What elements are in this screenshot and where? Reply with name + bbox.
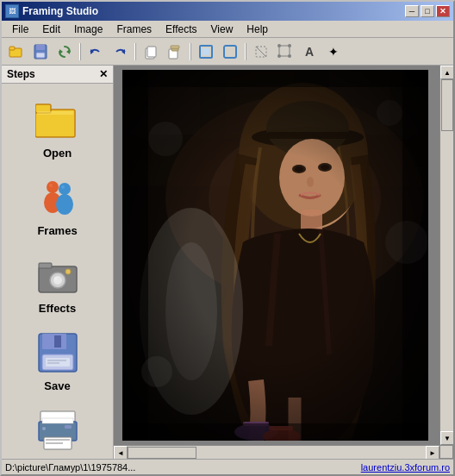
svg-rect-15 [203,48,209,55]
window-title: Framing Studio [22,5,405,17]
scroll-up-button[interactable]: ▲ [440,66,453,79]
svg-point-22 [277,54,281,58]
step-open-icon [35,98,80,143]
toolbar-sep-2 [134,43,136,60]
scroll-horizontal-thumb[interactable] [128,447,196,459]
toolbar-text[interactable]: A [298,41,321,62]
menu-image[interactable]: Image [67,22,109,37]
svg-point-27 [47,181,59,193]
svg-point-87 [377,100,402,126]
close-button[interactable]: ✕ [436,5,450,17]
svg-point-30 [56,194,73,215]
menu-file[interactable]: File [5,22,35,37]
menu-frames[interactable]: Frames [109,22,159,37]
toolbar-sep-3 [190,43,191,60]
svg-rect-82 [122,70,148,441]
toolbar-frame2[interactable] [219,41,241,62]
scroll-down-button[interactable]: ▼ [440,431,453,445]
steps-panel: Steps ✕ Open [2,66,114,459]
svg-rect-85 [122,423,428,441]
svg-rect-34 [39,263,52,268]
svg-rect-84 [122,70,428,87]
step-save-label: Save [44,379,70,392]
toolbar-undo[interactable] [84,41,107,62]
svg-point-29 [59,183,71,195]
step-frames[interactable]: Frames [15,170,101,243]
toolbar-effect[interactable]: ✦ [322,41,345,62]
step-print-icon [35,409,80,454]
svg-rect-10 [147,47,156,57]
menu-view[interactable]: View [204,22,240,37]
status-path: D:\picture\Гламур\1\1975784... [5,462,358,473]
step-save-icon [35,331,80,376]
minimize-button[interactable]: ─ [405,5,419,17]
svg-rect-16 [224,46,236,58]
toolbar-redo[interactable] [109,41,131,62]
steps-header: Steps ✕ [2,66,113,84]
toolbar-crop[interactable] [250,41,272,62]
svg-rect-49 [46,439,70,441]
svg-point-31 [49,184,53,187]
toolbar-frame1[interactable] [195,41,217,62]
scroll-vertical-thumb[interactable] [441,79,453,131]
maximize-button[interactable]: □ [421,5,434,17]
svg-point-23 [288,54,291,58]
scroll-horizontal-track[interactable] [128,446,426,459]
scroll-corner [439,445,453,459]
svg-point-21 [288,44,291,47]
horizontal-scrollbar[interactable]: ◄ ► [114,445,439,459]
steps-content: Open [2,84,113,459]
svg-point-36 [53,276,62,285]
step-effects[interactable]: Effects [15,247,101,321]
photo-container [122,70,428,441]
toolbar: A ✦ [2,38,453,66]
toolbar-open[interactable] [5,41,28,62]
svg-point-89 [141,356,172,387]
vertical-scrollbar[interactable]: ▲ ▼ [439,66,453,445]
svg-point-32 [61,185,65,189]
svg-point-37 [54,277,58,280]
toolbar-sep-1 [79,43,81,60]
step-open-label: Open [43,147,72,160]
svg-rect-51 [65,425,72,429]
status-website: laurentziu.3xforum.ro [361,462,450,473]
step-print[interactable]: Print [15,403,101,459]
scroll-right-button[interactable]: ► [426,446,439,459]
canvas-area[interactable]: ▲ ▼ ◄ ► [114,66,453,459]
window-controls: ─ □ ✕ [405,5,450,17]
steps-close-button[interactable]: ✕ [99,68,108,80]
svg-rect-19 [279,46,290,56]
svg-rect-1 [9,47,15,50]
toolbar-refresh[interactable] [53,41,76,62]
app-icon: 🖼 [5,4,19,18]
svg-point-52 [42,427,46,430]
svg-rect-13 [171,46,179,48]
svg-rect-3 [36,45,45,50]
toolbar-copy[interactable] [140,41,162,62]
menu-edit[interactable]: Edit [35,22,67,37]
step-effects-icon [35,254,80,298]
svg-marker-5 [66,49,70,54]
step-frames-label: Frames [37,224,77,237]
step-save[interactable]: Save [15,325,101,398]
steps-title: Steps [7,68,35,80]
toolbar-save[interactable] [29,41,52,62]
scroll-left-button[interactable]: ◄ [114,446,128,459]
svg-point-86 [148,122,183,156]
status-bar: D:\picture\Гламур\1\1975784... laurentzi… [2,459,453,474]
svg-rect-43 [46,358,70,366]
svg-point-20 [277,44,281,47]
toolbar-paste[interactable] [164,41,186,62]
menu-effects[interactable]: Effects [159,22,203,37]
menu-help[interactable]: Help [240,22,275,37]
step-open[interactable]: Open [15,92,101,166]
menu-bar: File Edit Image Frames Effects View Help [2,21,453,38]
svg-point-88 [385,221,428,264]
main-area: Steps ✕ Open [2,66,453,459]
photo-svg [122,70,428,441]
toolbar-transform[interactable] [274,41,296,62]
main-window: 🖼 Framing Studio ─ □ ✕ File Edit Image F… [0,0,455,476]
svg-rect-53 [42,418,73,423]
scroll-vertical-track[interactable] [440,79,453,431]
svg-marker-6 [59,49,63,54]
